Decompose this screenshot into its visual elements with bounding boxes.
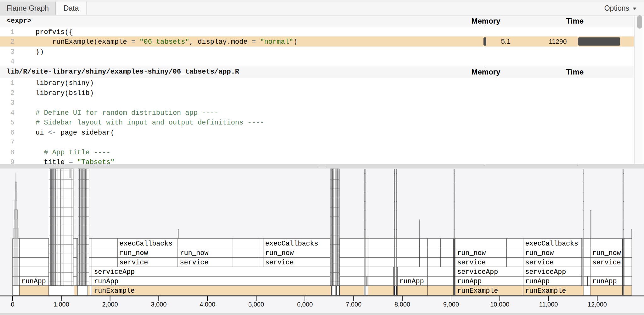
svg-text:11,000: 11,000 <box>539 301 558 308</box>
svg-text:runApp: runApp <box>592 278 617 285</box>
svg-text:serviceApp: serviceApp <box>94 268 135 276</box>
svg-text:run_now: run_now <box>592 249 621 257</box>
svg-text:run_now: run_now <box>525 249 554 257</box>
svg-text:service: service <box>525 259 554 266</box>
svg-text:5,000: 5,000 <box>248 301 264 308</box>
svg-text:8,000: 8,000 <box>394 301 410 308</box>
svg-text:execCallbacks: execCallbacks <box>265 240 318 247</box>
svg-text:9,000: 9,000 <box>443 301 459 308</box>
svg-text:service: service <box>180 259 209 266</box>
svg-text:serviceApp: serviceApp <box>525 268 566 276</box>
svg-text:execCallbacks: execCallbacks <box>120 240 172 247</box>
svg-text:10,000: 10,000 <box>490 301 509 308</box>
svg-text:runExample: runExample <box>457 287 498 295</box>
svg-text:0: 0 <box>11 301 14 308</box>
svg-text:run_now: run_now <box>265 249 294 257</box>
svg-text:runExample: runExample <box>525 287 566 295</box>
svg-text:12,000: 12,000 <box>588 301 607 308</box>
svg-text:runApp: runApp <box>94 278 118 285</box>
svg-text:runApp: runApp <box>457 278 482 285</box>
svg-text:run_now: run_now <box>180 249 209 257</box>
svg-text:runApp: runApp <box>21 278 46 285</box>
svg-text:7,000: 7,000 <box>346 301 361 308</box>
svg-text:execCallbacks: execCallbacks <box>525 240 578 247</box>
svg-text:4,000: 4,000 <box>200 301 215 308</box>
svg-text:3,000: 3,000 <box>151 301 167 308</box>
svg-text:service: service <box>265 259 294 266</box>
svg-text:service: service <box>592 259 621 266</box>
svg-text:serviceApp: serviceApp <box>457 268 498 276</box>
svg-text:runApp: runApp <box>399 278 424 285</box>
svg-text:service: service <box>120 259 148 266</box>
svg-text:run_now: run_now <box>120 249 148 257</box>
svg-text:run_now: run_now <box>457 249 486 257</box>
svg-text:1,000: 1,000 <box>54 301 69 308</box>
svg-text:6,000: 6,000 <box>297 301 313 308</box>
svg-text:service: service <box>457 259 486 266</box>
svg-text:2,000: 2,000 <box>102 301 118 308</box>
svg-text:runApp: runApp <box>525 278 550 285</box>
svg-text:runExample: runExample <box>94 287 135 295</box>
